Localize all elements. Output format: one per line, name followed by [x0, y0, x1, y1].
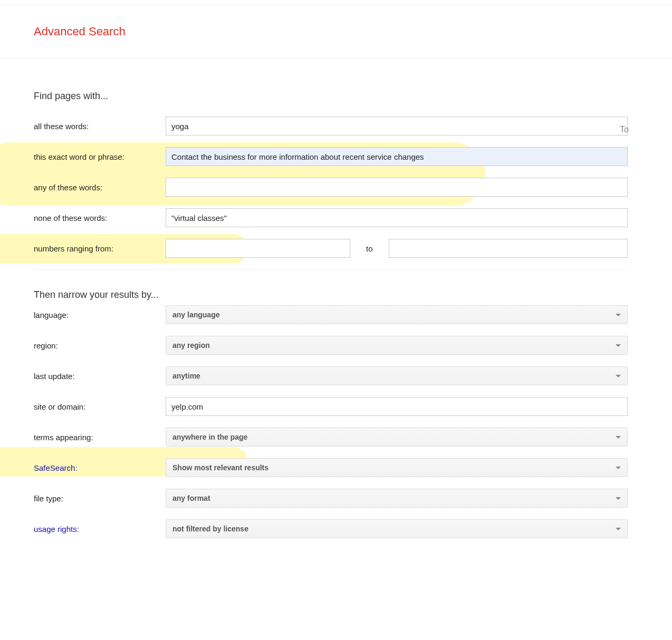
label-terms: terms appearing:	[34, 433, 166, 442]
input-none[interactable]	[166, 208, 628, 227]
dropdown-last-update-value: anytime	[172, 372, 200, 380]
dropdown-language[interactable]: any language	[166, 305, 628, 324]
label-safesearch-link[interactable]: SafeSearch:	[34, 463, 166, 472]
row-usage: usage rights: not filtered by license	[34, 519, 628, 538]
edge-help-fragment: To	[620, 125, 629, 134]
label-numbers: numbers ranging from:	[34, 244, 166, 253]
find-heading: Find pages with...	[34, 91, 166, 102]
narrow-heading: Then narrow your results by...	[34, 289, 166, 301]
label-usage-link[interactable]: usage rights:	[34, 525, 166, 534]
dropdown-usage-value: not filtered by license	[172, 525, 248, 533]
row-language: language: any language	[34, 305, 628, 324]
dropdown-safesearch-value: Show most relevant results	[172, 463, 268, 472]
row-terms: terms appearing: anywhere in the page	[34, 428, 628, 447]
chevron-down-icon	[616, 528, 621, 530]
chevron-down-icon	[616, 497, 621, 500]
input-number-to[interactable]	[389, 239, 628, 258]
page-title: Advanced Search	[0, 5, 672, 57]
row-site: site or domain:	[34, 397, 628, 416]
divider	[0, 57, 672, 58]
row-last-update: last update: anytime	[34, 366, 628, 385]
row-filetype: file type: any format	[34, 489, 628, 508]
label-site: site or domain:	[34, 402, 166, 411]
input-exact[interactable]	[166, 147, 628, 166]
chevron-down-icon	[616, 375, 621, 377]
dropdown-terms[interactable]: anywhere in the page	[166, 428, 628, 447]
chevron-down-icon	[616, 467, 621, 469]
label-last-update: last update:	[34, 372, 166, 381]
label-region: region:	[34, 341, 166, 350]
chevron-down-icon	[616, 344, 621, 347]
dropdown-filetype[interactable]: any format	[166, 489, 628, 508]
dropdown-terms-value: anywhere in the page	[172, 433, 247, 441]
numbers-to-label: to	[350, 244, 389, 253]
row-all-words: all these words:	[34, 117, 628, 135]
dropdown-language-value: any language	[172, 311, 219, 319]
section-divider	[34, 269, 628, 270]
label-filetype: file type:	[34, 494, 166, 503]
label-language: language:	[34, 311, 166, 319]
label-exact: this exact word or phrase:	[34, 152, 166, 161]
input-number-from[interactable]	[166, 239, 350, 258]
dropdown-region[interactable]: any region	[166, 336, 628, 355]
top-border	[0, 0, 672, 5]
dropdown-last-update[interactable]: anytime	[166, 366, 628, 385]
chevron-down-icon	[616, 436, 621, 439]
label-all-words: all these words:	[34, 122, 166, 131]
row-any: any of these words:	[34, 178, 628, 197]
dropdown-usage[interactable]: not filtered by license	[166, 519, 628, 538]
dropdown-region-value: any region	[172, 341, 210, 350]
row-region: region: any region	[34, 336, 628, 355]
dropdown-filetype-value: any format	[172, 494, 210, 502]
dropdown-safesearch[interactable]: Show most relevant results	[166, 458, 628, 477]
input-site[interactable]	[166, 397, 628, 416]
input-any[interactable]	[166, 178, 628, 197]
row-numbers: numbers ranging from: to	[34, 239, 628, 258]
content-area: To Find pages with... all these words: t…	[0, 91, 628, 538]
row-none: none of these words:	[34, 208, 628, 227]
label-none: none of these words:	[34, 214, 166, 222]
row-exact: this exact word or phrase:	[34, 147, 628, 166]
chevron-down-icon	[616, 314, 621, 316]
label-any: any of these words:	[34, 183, 166, 192]
input-all-words[interactable]	[166, 117, 628, 135]
row-safesearch: SafeSearch: Show most relevant results	[34, 458, 628, 477]
